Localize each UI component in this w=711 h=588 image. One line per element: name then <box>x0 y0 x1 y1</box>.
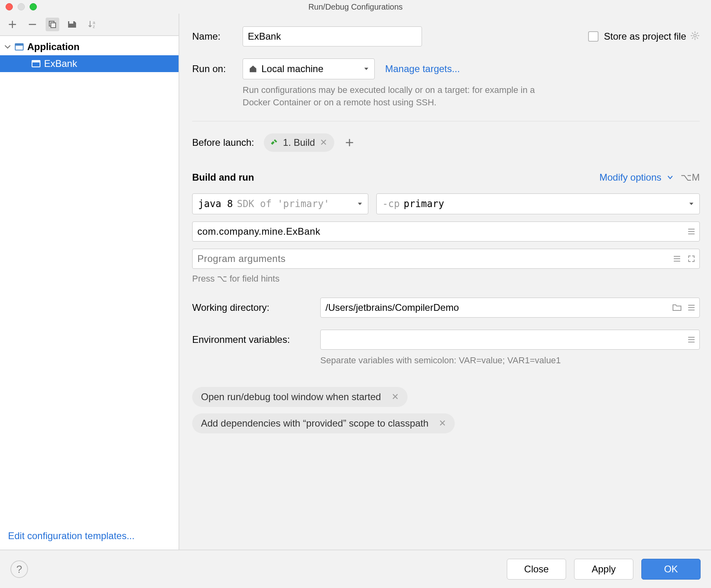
svg-rect-8 <box>32 60 40 62</box>
tree-leaf-exbank[interactable]: ExBank <box>0 55 179 72</box>
manage-targets-link[interactable]: Manage targets... <box>385 63 460 75</box>
jdk-dropdown[interactable]: java 8 SDK of 'primary' <box>192 193 368 214</box>
hammer-icon <box>269 138 278 147</box>
working-dir-input[interactable] <box>320 298 700 318</box>
option-chip-tool-window[interactable]: Open run/debug tool window when started … <box>192 387 408 407</box>
before-launch-chip-label: 1. Build <box>283 137 315 148</box>
titlebar: Run/Debug Configurations <box>0 0 711 14</box>
option-chip-label: Add dependencies with “provided” scope t… <box>201 418 428 429</box>
sort-config-button[interactable]: az <box>86 18 99 31</box>
name-label: Name: <box>192 31 243 42</box>
store-project-checkbox[interactable] <box>588 31 599 42</box>
caret-down-icon <box>357 201 363 207</box>
sidebar: az Application ExBank Edit configuration… <box>0 14 179 550</box>
apply-button[interactable]: Apply <box>574 559 633 580</box>
dialog-footer: ? Close Apply OK <box>0 550 711 588</box>
option-chip-provided-scope[interactable]: Add dependencies with “provided” scope t… <box>192 413 455 433</box>
application-icon <box>14 42 24 52</box>
field-hint: Press ⌥ for field hints <box>192 273 700 285</box>
chevron-down-icon <box>4 43 11 50</box>
run-on-hint: Run configurations may be executed local… <box>243 84 564 109</box>
config-tree[interactable]: Application ExBank <box>0 36 179 524</box>
tree-node-application[interactable]: Application <box>0 38 179 55</box>
window-controls <box>0 3 37 10</box>
classpath-dropdown[interactable]: -cp primary <box>376 193 700 214</box>
svg-rect-1 <box>51 23 56 28</box>
folder-icon[interactable] <box>672 302 682 313</box>
gear-icon[interactable] <box>690 31 700 42</box>
run-on-dropdown[interactable]: Local machine <box>243 58 375 79</box>
env-input[interactable] <box>320 330 700 350</box>
close-icon[interactable]: ✕ <box>392 392 399 402</box>
svg-rect-2 <box>69 21 73 24</box>
close-icon[interactable]: ✕ <box>439 418 446 429</box>
main-class-input[interactable] <box>192 222 700 242</box>
classpath-value: primary <box>404 198 444 209</box>
window-minimize-icon[interactable] <box>18 3 25 10</box>
svg-point-9 <box>694 34 696 36</box>
caret-down-icon <box>363 66 370 72</box>
expand-icon[interactable] <box>686 254 697 264</box>
window-close-icon[interactable] <box>6 3 13 10</box>
chevron-down-icon <box>667 174 673 181</box>
ok-button[interactable]: OK <box>641 559 701 580</box>
name-input[interactable] <box>243 26 422 46</box>
program-args-input[interactable] <box>192 249 700 269</box>
window-title: Run/Debug Configurations <box>0 2 711 12</box>
caret-down-icon <box>688 201 695 207</box>
tree-node-label: Application <box>27 41 80 52</box>
help-button[interactable]: ? <box>10 560 28 578</box>
svg-rect-6 <box>15 44 23 46</box>
close-button-label: Close <box>524 564 548 575</box>
window-zoom-icon[interactable] <box>30 3 37 10</box>
add-config-button[interactable] <box>6 18 19 31</box>
before-launch-chip[interactable]: 1. Build ✕ <box>264 133 334 152</box>
sidebar-toolbar: az <box>0 14 179 36</box>
option-chip-label: Open run/debug tool window when started <box>201 391 381 403</box>
run-on-value: Local machine <box>261 63 323 75</box>
close-button[interactable]: Close <box>507 559 566 580</box>
run-on-label: Run on: <box>192 63 243 75</box>
list-icon[interactable] <box>686 302 697 313</box>
svg-text:z: z <box>93 24 95 29</box>
application-icon <box>31 59 41 68</box>
jdk-ghost: SDK of 'primary' <box>237 198 329 209</box>
working-dir-label: Working directory: <box>192 302 320 313</box>
jdk-value: java 8 <box>198 198 233 209</box>
list-icon[interactable] <box>686 226 697 237</box>
classpath-prefix: -cp <box>382 198 400 209</box>
env-hint: Separate variables with semicolon: VAR=v… <box>320 354 561 367</box>
modify-options-link[interactable]: Modify options <box>599 172 673 183</box>
edit-templates-link[interactable]: Edit configuration templates... <box>8 530 135 541</box>
save-config-button[interactable] <box>66 18 79 31</box>
tree-leaf-label: ExBank <box>44 58 77 69</box>
apply-button-label: Apply <box>592 564 616 575</box>
before-launch-add-button[interactable] <box>344 137 355 148</box>
section-title: Build and run <box>192 172 254 183</box>
store-project-label: Store as project file <box>604 31 686 42</box>
modify-options-shortcut: ⌥M <box>681 172 700 183</box>
divider <box>192 121 700 121</box>
ok-button-label: OK <box>664 564 678 575</box>
env-label: Environment variables: <box>192 334 320 345</box>
before-launch-label: Before launch: <box>192 137 254 148</box>
copy-config-button[interactable] <box>46 18 59 31</box>
home-icon <box>249 64 257 73</box>
close-icon[interactable]: ✕ <box>320 137 327 148</box>
remove-config-button[interactable] <box>26 18 39 31</box>
list-icon[interactable] <box>686 334 697 345</box>
content: Name: Store as project file Run on: Loca… <box>179 14 711 550</box>
list-icon[interactable] <box>672 254 682 264</box>
modify-options-label: Modify options <box>599 172 661 183</box>
